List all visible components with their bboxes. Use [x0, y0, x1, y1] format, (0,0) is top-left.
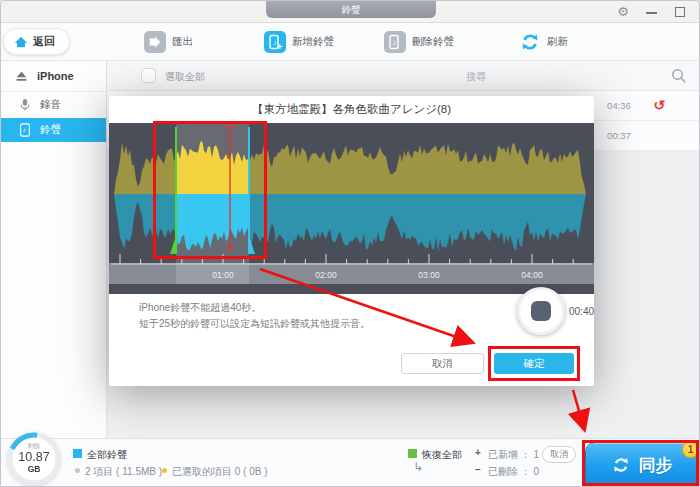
microphone-icon: [19, 98, 31, 112]
delete-ringtone-label: 刪除鈴聲: [412, 35, 454, 49]
export-label: 匯出: [172, 35, 193, 49]
sidebar-item-label: 錄音: [40, 98, 61, 112]
back-label: 返回: [33, 34, 55, 49]
storage-gauge: 剩餘 10.87 GB: [6, 431, 62, 487]
items-bullet-icon: [75, 468, 80, 473]
branch-arrow-icon: ↳: [413, 460, 423, 474]
svg-text:02:00: 02:00: [315, 270, 337, 280]
settings-gear-icon[interactable]: ⚙: [617, 4, 629, 20]
ringtone-duration: 04:36: [597, 91, 641, 121]
legend-all-swatch: [73, 449, 82, 458]
gauge-unit: GB: [6, 464, 62, 474]
sidebar-device-iphone[interactable]: iPhone: [1, 61, 106, 92]
restore-all-label: 恢復全部: [422, 448, 462, 462]
select-all-checkbox[interactable]: [141, 68, 156, 83]
added-count: 已新增 ： 1: [488, 448, 539, 462]
refresh-button[interactable]: 刷新: [519, 30, 568, 54]
legend-all-label: 全部鈴聲: [87, 448, 127, 462]
home-icon: [14, 35, 28, 49]
export-button[interactable]: 匯出: [144, 30, 193, 54]
svg-text:04:00: 04:00: [521, 270, 543, 280]
svg-text:+: +: [277, 42, 282, 51]
selected-count: 已選取的項目 0 ( 0B ): [172, 465, 268, 479]
app-window: 鈴聲 ⚙ 返回 匯出 ♪ +: [0, 0, 700, 487]
restore-all-swatch: [408, 449, 417, 458]
minimize-icon[interactable]: [646, 12, 657, 14]
device-name: iPhone: [37, 70, 74, 82]
selection-duration: 00:40: [569, 306, 594, 317]
refresh-label: 刷新: [547, 35, 568, 49]
selected-bullet-icon: [162, 468, 167, 473]
back-button[interactable]: 返回: [3, 28, 70, 55]
export-icon: [144, 31, 166, 53]
waveform-panel[interactable]: 01:0002:0003:0004:00: [109, 123, 594, 294]
list-header: 選取全部 搜尋: [107, 61, 700, 91]
delete-ringtone-button[interactable]: ♪ 刪除鈴聲: [384, 30, 454, 54]
sync-icon: [611, 455, 631, 475]
search-icon[interactable]: [671, 68, 687, 84]
sidebar-item-ringtones[interactable]: ♪ 鈴聲: [1, 118, 106, 142]
sidebar-item-recordings[interactable]: 錄音: [1, 92, 106, 118]
items-count: 2 項目 ( 11.5MB ): [85, 465, 162, 479]
select-all-label: 選取全部: [165, 70, 205, 84]
deleted-count: 已刪除 ： 0: [488, 465, 539, 479]
ringtone-duration: 00:37: [597, 121, 641, 151]
dialog-ok-button[interactable]: 確定: [494, 353, 574, 374]
window-title-tab[interactable]: 鈴聲: [266, 1, 436, 18]
toolbar: 返回 匯出 ♪ + 新增鈴聲: [1, 23, 700, 61]
ringtone-editor-dialog: 【東方地霊殿】各角色歌曲アレンジ(8) 01:0002:0003:0004:00…: [109, 96, 594, 386]
gauge-value: 10.87: [6, 450, 62, 464]
sidebar: iPhone 錄音 ♪ 鈴聲: [1, 61, 107, 438]
stop-preview-button[interactable]: [517, 287, 565, 335]
deleted-minus-icon: −: [475, 464, 481, 475]
titlebar: 鈴聲 ⚙: [1, 1, 700, 23]
stop-icon: [531, 301, 551, 321]
sync-count-badge: 1: [682, 441, 699, 458]
undo-icon[interactable]: ↺: [647, 91, 671, 120]
svg-text:♪: ♪: [23, 126, 26, 133]
dialog-info-line1: iPhone鈴聲不能超過40秒。: [139, 301, 261, 315]
sync-label: 同步: [639, 454, 673, 477]
maximize-icon[interactable]: [675, 7, 685, 17]
add-ringtone-icon: ♪ +: [264, 31, 286, 53]
dialog-cancel-button[interactable]: 取消: [401, 353, 484, 374]
eject-icon: [15, 70, 28, 83]
delete-ringtone-icon: ♪: [384, 31, 406, 53]
svg-text:01:00: 01:00: [212, 270, 234, 280]
search-input[interactable]: 搜尋: [466, 70, 486, 84]
add-ringtone-button[interactable]: ♪ + 新增鈴聲: [264, 30, 334, 54]
refresh-icon: [519, 31, 541, 53]
dialog-title: 【東方地霊殿】各角色歌曲アレンジ(8): [109, 96, 594, 123]
add-ringtone-label: 新增鈴聲: [292, 35, 334, 49]
dialog-info-line2: 短于25秒的鈴聲可以設定為短訊鈴聲或其他提示音。: [139, 317, 370, 331]
sidebar-item-label: 鈴聲: [40, 123, 61, 137]
added-plus-icon: +: [475, 447, 481, 458]
svg-text:♪: ♪: [392, 38, 396, 47]
ringtone-phone-icon: ♪: [19, 123, 31, 137]
sync-cancel-button[interactable]: 取消: [542, 446, 576, 463]
svg-text:03:00: 03:00: [418, 270, 440, 280]
